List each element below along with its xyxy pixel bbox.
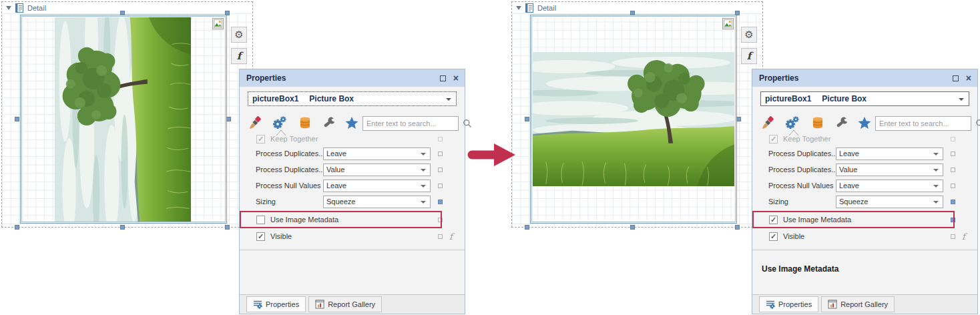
- dropdown-process-duplicates-target[interactable]: Value: [323, 164, 431, 176]
- checkbox-keep-together[interactable]: ✓: [769, 135, 778, 143]
- smart-tag-image-icon[interactable]: [212, 18, 224, 29]
- favorites-star-icon[interactable]: [344, 115, 360, 131]
- object-selector-combobox[interactable]: pictureBox1 Picture Box: [248, 91, 457, 106]
- checkbox-visible[interactable]: ✓: [769, 232, 778, 241]
- property-marker[interactable]: [438, 218, 443, 222]
- property-label: Process Duplicates...: [768, 149, 835, 158]
- search-input[interactable]: [363, 119, 463, 127]
- favorites-star-icon[interactable]: [856, 115, 873, 131]
- property-marker[interactable]: [438, 168, 443, 172]
- property-label: Use Image Metadata: [783, 216, 851, 224]
- object-name: pictureBox1: [765, 94, 811, 103]
- checkbox-visible[interactable]: ✓: [256, 232, 265, 241]
- property-marker[interactable]: [951, 137, 955, 141]
- tab-report-gallery[interactable]: Report Gallery: [308, 296, 382, 312]
- fx-expression-icon[interactable]: f: [962, 232, 965, 242]
- checkbox-use-image-metadata[interactable]: [256, 216, 265, 224]
- maximize-icon[interactable]: [953, 75, 959, 81]
- tree-photo-rotated: [54, 17, 191, 222]
- smart-tag-gear-button[interactable]: ⚙: [741, 27, 757, 43]
- before-after-arrow: [466, 140, 518, 170]
- tab-report-gallery[interactable]: Report Gallery: [821, 296, 895, 312]
- selection-handle[interactable]: [225, 11, 230, 15]
- property-marker[interactable]: [951, 184, 955, 188]
- property-row-process-duplicates-target: Process Duplicates... Value: [240, 162, 465, 178]
- property-label: Process Null Values: [768, 182, 834, 190]
- picture-box[interactable]: [20, 15, 227, 224]
- property-marker[interactable]: [438, 234, 443, 239]
- tab-properties[interactable]: Properties: [246, 296, 306, 312]
- property-marker-modified[interactable]: [438, 200, 443, 204]
- band-collapse-arrow-icon[interactable]: [6, 6, 11, 10]
- property-marker-modified[interactable]: [951, 200, 955, 204]
- property-row-process-duplicates-mode: Process Duplicates... Leave: [752, 145, 977, 162]
- property-label: Visible: [783, 232, 804, 240]
- panel-title: Properties: [246, 73, 286, 83]
- object-selector-combobox[interactable]: pictureBox1 Picture Box: [760, 91, 969, 106]
- report-gallery-tab-icon: [315, 300, 324, 309]
- design-wrench-icon[interactable]: [321, 115, 337, 131]
- selection-handle[interactable]: [226, 117, 231, 121]
- object-type: Picture Box: [309, 94, 354, 103]
- selection-handle[interactable]: [630, 225, 635, 230]
- data-database-icon[interactable]: [810, 115, 826, 131]
- panel-tab-bar: Properties Report Gallery: [240, 294, 465, 314]
- property-marker[interactable]: [951, 234, 955, 239]
- expression-button[interactable]: f: [741, 48, 757, 64]
- selection-handle[interactable]: [525, 225, 529, 230]
- fx-expression-icon[interactable]: f: [449, 232, 453, 242]
- appearance-brush-icon[interactable]: [760, 115, 776, 131]
- dropdown-process-duplicates-mode[interactable]: Leave: [323, 147, 431, 160]
- dropdown-process-duplicates-target[interactable]: Value: [836, 164, 943, 176]
- selection-handle[interactable]: [735, 11, 740, 15]
- dropdown-process-null-values[interactable]: Leave: [836, 180, 943, 192]
- property-marker[interactable]: [951, 168, 955, 172]
- band-collapse-arrow-icon[interactable]: [516, 6, 521, 10]
- design-wrench-icon[interactable]: [834, 115, 850, 131]
- data-database-icon[interactable]: [297, 115, 313, 131]
- selection-handle[interactable]: [15, 117, 19, 121]
- object-name: pictureBox1: [252, 94, 298, 103]
- close-icon[interactable]: ×: [453, 73, 459, 83]
- property-row-process-duplicates-target: Process Duplicates... Value: [752, 162, 977, 178]
- dropdown-sizing[interactable]: Squeeze: [323, 196, 431, 208]
- band-icon: [525, 3, 533, 13]
- property-row-keep-together: ✓ Keep Together: [752, 132, 977, 145]
- behavior-gears-icon[interactable]: [272, 115, 288, 131]
- property-marker[interactable]: [438, 137, 443, 141]
- selection-handle[interactable]: [736, 117, 741, 121]
- selection-handle[interactable]: [525, 117, 529, 121]
- selection-handle[interactable]: [120, 225, 125, 230]
- appearance-brush-icon[interactable]: [248, 115, 264, 131]
- property-marker[interactable]: [438, 184, 443, 188]
- selection-handle[interactable]: [225, 225, 230, 230]
- property-label: Sizing: [256, 198, 276, 206]
- property-row-process-null-values: Process Null Values Leave: [752, 178, 977, 194]
- picture-box[interactable]: [530, 15, 737, 224]
- search-input[interactable]: [876, 119, 975, 127]
- checkbox-keep-together[interactable]: ✓: [256, 135, 265, 143]
- maximize-icon[interactable]: [440, 75, 446, 81]
- property-grid: ✓ Keep Together Process Duplicates... Le…: [240, 132, 465, 244]
- properties-panel-after: Properties × pictureBox1 Picture Box ✓ K…: [752, 69, 978, 314]
- selection-handle[interactable]: [630, 11, 635, 15]
- selection-handle[interactable]: [735, 225, 740, 230]
- dropdown-sizing[interactable]: Squeeze: [836, 196, 943, 208]
- smart-tag-gear-button[interactable]: ⚙: [231, 27, 247, 43]
- tab-properties[interactable]: Properties: [759, 296, 818, 312]
- selection-handle[interactable]: [120, 11, 125, 15]
- property-marker-modified[interactable]: [951, 218, 955, 222]
- property-marker[interactable]: [438, 151, 443, 156]
- dropdown-process-duplicates-mode[interactable]: Leave: [836, 147, 943, 160]
- dropdown-process-null-values[interactable]: Leave: [323, 180, 431, 192]
- smart-tag-image-icon[interactable]: [722, 18, 734, 29]
- property-row-visible: ✓ Visible f: [752, 228, 977, 244]
- expression-button[interactable]: f: [231, 48, 247, 64]
- selection-handle[interactable]: [15, 225, 19, 230]
- behavior-gears-icon[interactable]: [784, 115, 800, 131]
- checkbox-use-image-metadata[interactable]: ✓: [769, 216, 778, 224]
- close-icon[interactable]: ×: [966, 73, 971, 83]
- property-marker[interactable]: [951, 151, 955, 156]
- chevron-down-icon: [959, 98, 964, 101]
- property-search-box: [362, 116, 459, 131]
